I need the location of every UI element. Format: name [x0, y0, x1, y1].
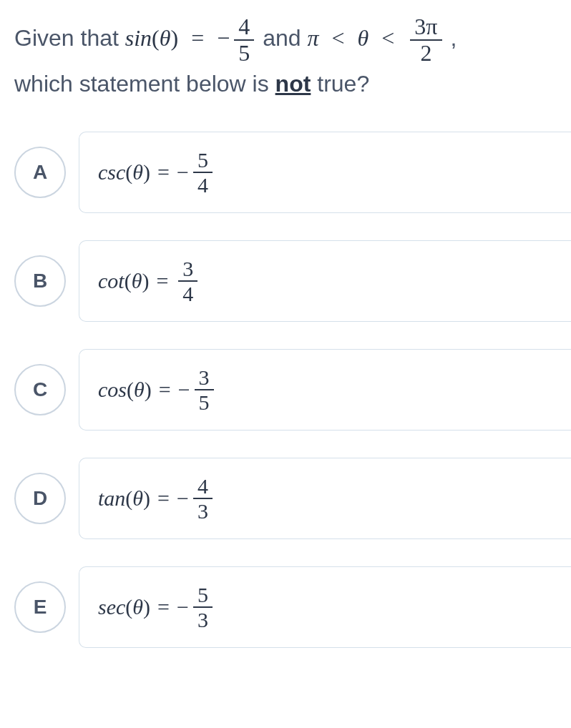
option-circle-b[interactable]: B: [14, 255, 66, 307]
question-comma: ,: [451, 25, 457, 51]
option-box-b[interactable]: cot(θ)=34: [79, 240, 571, 322]
option-row-b: Bcot(θ)=34: [14, 240, 571, 322]
option-row-c: Ccos(θ)=−35: [14, 349, 571, 431]
question-line2-pre: which statement below is: [14, 71, 275, 97]
question-math-range: π < θ < 3π2: [308, 25, 451, 51]
question-mid: and: [263, 25, 307, 51]
option-math: csc(θ)=−54: [98, 148, 215, 197]
option-math: sec(θ)=−53: [98, 583, 215, 631]
option-box-a[interactable]: csc(θ)=−54: [79, 132, 571, 213]
question-text: Given that sin(θ) = −45 and π < θ < 3π2 …: [14, 14, 571, 103]
option-circle-c[interactable]: C: [14, 364, 66, 415]
option-row-a: Acsc(θ)=−54: [14, 132, 571, 213]
option-box-d[interactable]: tan(θ)=−43: [79, 458, 571, 539]
option-row-e: Esec(θ)=−53: [14, 566, 571, 648]
option-box-c[interactable]: cos(θ)=−35: [79, 349, 571, 431]
question-prefix: Given that: [14, 25, 125, 51]
option-math: tan(θ)=−43: [98, 474, 215, 523]
question-math-sin: sin(θ) = −45: [125, 25, 263, 51]
option-box-e[interactable]: sec(θ)=−53: [79, 566, 571, 648]
option-circle-d[interactable]: D: [14, 473, 66, 524]
option-math: cot(θ)=34: [98, 257, 200, 305]
option-circle-e[interactable]: E: [14, 581, 66, 633]
option-math: cos(θ)=−35: [98, 365, 217, 414]
options-list: Acsc(θ)=−54Bcot(θ)=34Ccos(θ)=−35Dtan(θ)=…: [14, 132, 571, 648]
question-not: not: [275, 71, 311, 97]
question-line2-post: true?: [311, 71, 369, 97]
option-circle-a[interactable]: A: [14, 147, 66, 198]
option-row-d: Dtan(θ)=−43: [14, 458, 571, 539]
